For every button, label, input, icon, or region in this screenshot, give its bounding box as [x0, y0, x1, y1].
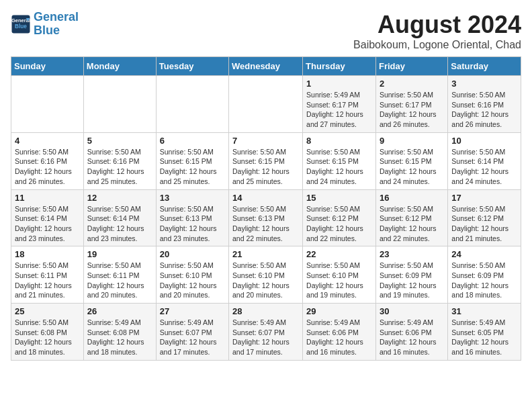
day-number: 19	[87, 249, 152, 259]
day-info: Sunrise: 5:50 AM Sunset: 6:14 PM Dayligh…	[451, 147, 517, 187]
calendar-cell: 12Sunrise: 5:50 AM Sunset: 6:14 PM Dayli…	[83, 189, 156, 246]
calendar-cell: 10Sunrise: 5:50 AM Sunset: 6:14 PM Dayli…	[448, 132, 521, 189]
day-info: Sunrise: 5:50 AM Sunset: 6:11 PM Dayligh…	[87, 261, 152, 300]
logo-icon: General Blue	[11, 14, 31, 34]
calendar-week-row: 11Sunrise: 5:50 AM Sunset: 6:14 PM Dayli…	[11, 189, 521, 246]
day-info: Sunrise: 5:50 AM Sunset: 6:10 PM Dayligh…	[160, 261, 225, 300]
calendar-cell: 26Sunrise: 5:49 AM Sunset: 6:08 PM Dayli…	[83, 304, 156, 361]
day-number: 21	[232, 249, 299, 259]
calendar-cell: 2Sunrise: 5:50 AM Sunset: 6:17 PM Daylig…	[375, 76, 447, 133]
day-number: 25	[15, 306, 80, 316]
day-number: 16	[380, 193, 444, 203]
day-number: 7	[232, 136, 299, 146]
day-number: 22	[306, 249, 372, 259]
day-number: 12	[87, 193, 152, 203]
calendar-cell: 27Sunrise: 5:49 AM Sunset: 6:07 PM Dayli…	[156, 304, 228, 361]
day-number: 31	[451, 306, 517, 316]
calendar-cell: 20Sunrise: 5:50 AM Sunset: 6:10 PM Dayli…	[156, 246, 228, 304]
calendar-cell: 23Sunrise: 5:50 AM Sunset: 6:09 PM Dayli…	[375, 246, 447, 304]
day-info: Sunrise: 5:49 AM Sunset: 6:06 PM Dayligh…	[380, 318, 444, 357]
calendar-table: SundayMondayTuesdayWednesdayThursdayFrid…	[11, 56, 521, 361]
day-of-week-header: Monday	[83, 57, 156, 76]
day-number: 15	[306, 193, 372, 203]
calendar-cell: 29Sunrise: 5:49 AM Sunset: 6:06 PM Dayli…	[303, 304, 376, 361]
calendar-cell: 15Sunrise: 5:50 AM Sunset: 6:12 PM Dayli…	[303, 189, 376, 246]
calendar-cell: 19Sunrise: 5:50 AM Sunset: 6:11 PM Dayli…	[83, 246, 156, 304]
day-info: Sunrise: 5:50 AM Sunset: 6:09 PM Dayligh…	[451, 261, 517, 300]
day-of-week-header: Saturday	[448, 57, 521, 76]
day-of-week-header: Sunday	[11, 57, 84, 76]
day-info: Sunrise: 5:50 AM Sunset: 6:08 PM Dayligh…	[15, 318, 80, 357]
day-info: Sunrise: 5:49 AM Sunset: 6:07 PM Dayligh…	[160, 318, 225, 357]
calendar-cell	[229, 76, 303, 133]
svg-text:Blue: Blue	[15, 24, 27, 30]
calendar-week-row: 25Sunrise: 5:50 AM Sunset: 6:08 PM Dayli…	[11, 304, 521, 361]
logo: General Blue General Blue	[11, 11, 79, 38]
day-info: Sunrise: 5:49 AM Sunset: 6:17 PM Dayligh…	[306, 90, 372, 130]
day-number: 2	[380, 79, 444, 89]
day-number: 28	[232, 306, 299, 316]
calendar-week-row: 18Sunrise: 5:50 AM Sunset: 6:11 PM Dayli…	[11, 246, 521, 304]
day-info: Sunrise: 5:50 AM Sunset: 6:15 PM Dayligh…	[380, 147, 444, 187]
calendar-cell: 8Sunrise: 5:50 AM Sunset: 6:15 PM Daylig…	[303, 132, 376, 189]
day-of-week-header: Friday	[375, 57, 447, 76]
day-info: Sunrise: 5:50 AM Sunset: 6:13 PM Dayligh…	[160, 204, 225, 244]
logo-line1: General	[34, 10, 79, 24]
day-info: Sunrise: 5:50 AM Sunset: 6:13 PM Dayligh…	[232, 204, 299, 244]
calendar-cell: 24Sunrise: 5:50 AM Sunset: 6:09 PM Dayli…	[448, 246, 521, 304]
calendar-cell: 13Sunrise: 5:50 AM Sunset: 6:13 PM Dayli…	[156, 189, 228, 246]
calendar-cell: 21Sunrise: 5:50 AM Sunset: 6:10 PM Dayli…	[229, 246, 303, 304]
day-info: Sunrise: 5:50 AM Sunset: 6:11 PM Dayligh…	[15, 261, 80, 300]
day-number: 3	[451, 79, 517, 89]
calendar-cell: 18Sunrise: 5:50 AM Sunset: 6:11 PM Dayli…	[11, 246, 84, 304]
calendar-cell: 30Sunrise: 5:49 AM Sunset: 6:06 PM Dayli…	[375, 304, 447, 361]
day-info: Sunrise: 5:50 AM Sunset: 6:12 PM Dayligh…	[380, 204, 444, 244]
day-info: Sunrise: 5:50 AM Sunset: 6:14 PM Dayligh…	[87, 204, 152, 244]
calendar-cell	[83, 76, 156, 133]
calendar-cell: 3Sunrise: 5:50 AM Sunset: 6:16 PM Daylig…	[448, 76, 521, 133]
day-info: Sunrise: 5:49 AM Sunset: 6:08 PM Dayligh…	[87, 318, 152, 357]
day-number: 5	[87, 136, 152, 146]
day-number: 11	[15, 193, 80, 203]
calendar-cell: 4Sunrise: 5:50 AM Sunset: 6:16 PM Daylig…	[11, 132, 84, 189]
day-info: Sunrise: 5:50 AM Sunset: 6:10 PM Dayligh…	[232, 261, 299, 300]
month-year: August 2024	[353, 11, 521, 39]
calendar-week-row: 1Sunrise: 5:49 AM Sunset: 6:17 PM Daylig…	[11, 76, 521, 133]
day-number: 4	[15, 136, 80, 146]
day-number: 6	[160, 136, 225, 146]
day-info: Sunrise: 5:49 AM Sunset: 6:05 PM Dayligh…	[451, 318, 517, 357]
day-of-week-header: Wednesday	[229, 57, 303, 76]
calendar-cell: 14Sunrise: 5:50 AM Sunset: 6:13 PM Dayli…	[229, 189, 303, 246]
day-number: 24	[451, 249, 517, 259]
day-number: 26	[87, 306, 152, 316]
day-info: Sunrise: 5:50 AM Sunset: 6:15 PM Dayligh…	[232, 147, 299, 187]
title-block: August 2024 Baibokoum, Logone Oriental, …	[353, 11, 521, 51]
calendar-cell: 16Sunrise: 5:50 AM Sunset: 6:12 PM Dayli…	[375, 189, 447, 246]
day-info: Sunrise: 5:50 AM Sunset: 6:17 PM Dayligh…	[380, 90, 444, 130]
calendar-cell: 11Sunrise: 5:50 AM Sunset: 6:14 PM Dayli…	[11, 189, 84, 246]
day-info: Sunrise: 5:50 AM Sunset: 6:12 PM Dayligh…	[451, 204, 517, 244]
day-number: 9	[380, 136, 444, 146]
calendar-cell: 17Sunrise: 5:50 AM Sunset: 6:12 PM Dayli…	[448, 189, 521, 246]
day-info: Sunrise: 5:50 AM Sunset: 6:12 PM Dayligh…	[306, 204, 372, 244]
calendar-cell: 7Sunrise: 5:50 AM Sunset: 6:15 PM Daylig…	[229, 132, 303, 189]
day-number: 8	[306, 136, 372, 146]
day-info: Sunrise: 5:50 AM Sunset: 6:09 PM Dayligh…	[380, 261, 444, 300]
day-info: Sunrise: 5:49 AM Sunset: 6:07 PM Dayligh…	[232, 318, 299, 357]
calendar-cell	[156, 76, 228, 133]
calendar-cell	[11, 76, 84, 133]
day-of-week-header: Tuesday	[156, 57, 228, 76]
calendar-cell: 5Sunrise: 5:50 AM Sunset: 6:16 PM Daylig…	[83, 132, 156, 189]
day-info: Sunrise: 5:50 AM Sunset: 6:10 PM Dayligh…	[306, 261, 372, 300]
calendar-cell: 6Sunrise: 5:50 AM Sunset: 6:15 PM Daylig…	[156, 132, 228, 189]
calendar-cell: 28Sunrise: 5:49 AM Sunset: 6:07 PM Dayli…	[229, 304, 303, 361]
logo-line2: Blue	[34, 24, 60, 37]
day-number: 10	[451, 136, 517, 146]
day-number: 17	[451, 193, 517, 203]
day-number: 13	[160, 193, 225, 203]
day-info: Sunrise: 5:50 AM Sunset: 6:15 PM Dayligh…	[306, 147, 372, 187]
day-info: Sunrise: 5:50 AM Sunset: 6:15 PM Dayligh…	[160, 147, 225, 187]
day-info: Sunrise: 5:49 AM Sunset: 6:06 PM Dayligh…	[306, 318, 372, 357]
calendar-week-row: 4Sunrise: 5:50 AM Sunset: 6:16 PM Daylig…	[11, 132, 521, 189]
day-number: 18	[15, 249, 80, 259]
